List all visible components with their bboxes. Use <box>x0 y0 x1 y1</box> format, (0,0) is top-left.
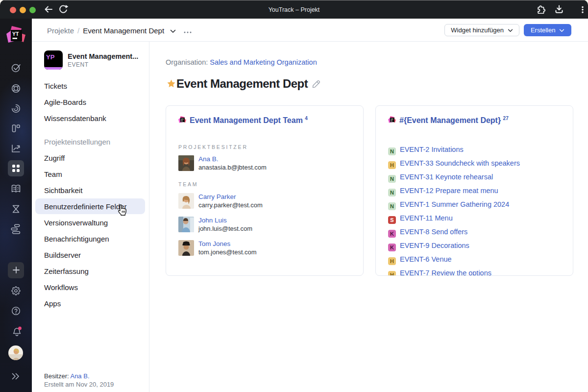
svg-text:YT: YT <box>12 31 19 37</box>
svg-text:YT: YT <box>181 118 184 121</box>
svg-text:YT: YT <box>391 118 393 121</box>
